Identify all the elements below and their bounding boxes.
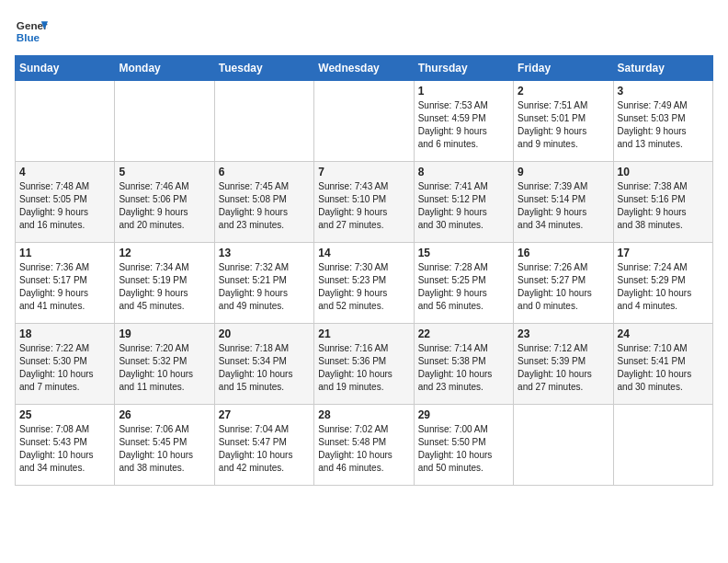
day-header-thursday: Thursday [414, 56, 513, 81]
svg-text:Blue: Blue [17, 31, 40, 43]
day-header-tuesday: Tuesday [214, 56, 313, 81]
calendar-cell: 15Sunrise: 7:28 AM Sunset: 5:25 PM Dayli… [414, 243, 513, 324]
day-info: Sunrise: 7:48 AM Sunset: 5:05 PM Dayligh… [19, 180, 110, 232]
calendar-cell: 28Sunrise: 7:02 AM Sunset: 5:48 PM Dayli… [314, 405, 414, 486]
calendar-cell: 4Sunrise: 7:48 AM Sunset: 5:05 PM Daylig… [16, 162, 115, 243]
calendar-cell: 13Sunrise: 7:32 AM Sunset: 5:21 PM Dayli… [214, 243, 313, 324]
day-number: 23 [518, 327, 609, 340]
day-info: Sunrise: 7:51 AM Sunset: 5:01 PM Dayligh… [518, 99, 609, 151]
calendar-cell: 9Sunrise: 7:39 AM Sunset: 5:14 PM Daylig… [514, 162, 613, 243]
calendar-cell: 18Sunrise: 7:22 AM Sunset: 5:30 PM Dayli… [16, 324, 115, 405]
day-info: Sunrise: 7:14 AM Sunset: 5:38 PM Dayligh… [418, 342, 509, 394]
calendar-cell: 11Sunrise: 7:36 AM Sunset: 5:17 PM Dayli… [16, 243, 115, 324]
day-number: 2 [518, 85, 609, 98]
day-info: Sunrise: 7:49 AM Sunset: 5:03 PM Dayligh… [618, 99, 709, 151]
day-info: Sunrise: 7:36 AM Sunset: 5:17 PM Dayligh… [19, 261, 110, 313]
day-header-sunday: Sunday [16, 56, 115, 81]
day-number: 29 [418, 408, 509, 421]
calendar-week-row: 4Sunrise: 7:48 AM Sunset: 5:05 PM Daylig… [16, 162, 713, 243]
day-info: Sunrise: 7:02 AM Sunset: 5:48 PM Dayligh… [318, 423, 409, 475]
day-info: Sunrise: 7:32 AM Sunset: 5:21 PM Dayligh… [219, 261, 310, 313]
day-number: 4 [19, 166, 110, 178]
calendar-cell: 10Sunrise: 7:38 AM Sunset: 5:16 PM Dayli… [613, 162, 712, 243]
calendar-cell: 7Sunrise: 7:43 AM Sunset: 5:10 PM Daylig… [314, 162, 414, 243]
calendar-cell: 27Sunrise: 7:04 AM Sunset: 5:47 PM Dayli… [214, 405, 313, 486]
day-header-friday: Friday [514, 56, 613, 81]
day-number: 28 [318, 408, 409, 421]
calendar-cell [115, 81, 214, 162]
calendar-cell: 25Sunrise: 7:08 AM Sunset: 5:43 PM Dayli… [16, 405, 115, 486]
day-number: 7 [318, 166, 409, 178]
day-info: Sunrise: 7:41 AM Sunset: 5:12 PM Dayligh… [418, 180, 509, 232]
calendar-cell [314, 81, 414, 162]
calendar-week-row: 25Sunrise: 7:08 AM Sunset: 5:43 PM Dayli… [16, 405, 713, 486]
day-info: Sunrise: 7:04 AM Sunset: 5:47 PM Dayligh… [219, 423, 310, 475]
day-number: 22 [418, 327, 509, 340]
calendar-cell: 5Sunrise: 7:46 AM Sunset: 5:06 PM Daylig… [115, 162, 214, 243]
day-info: Sunrise: 7:00 AM Sunset: 5:50 PM Dayligh… [418, 423, 509, 475]
calendar-cell [214, 81, 313, 162]
day-info: Sunrise: 7:18 AM Sunset: 5:34 PM Dayligh… [219, 342, 310, 394]
page-header: General Blue [15, 15, 713, 48]
day-info: Sunrise: 7:30 AM Sunset: 5:23 PM Dayligh… [318, 261, 409, 313]
calendar-cell: 16Sunrise: 7:26 AM Sunset: 5:27 PM Dayli… [514, 243, 613, 324]
calendar-cell [16, 81, 115, 162]
day-info: Sunrise: 7:39 AM Sunset: 5:14 PM Dayligh… [518, 180, 609, 232]
calendar-cell: 20Sunrise: 7:18 AM Sunset: 5:34 PM Dayli… [214, 324, 313, 405]
day-number: 18 [19, 327, 110, 340]
logo: General Blue [15, 15, 48, 48]
day-number: 17 [618, 247, 709, 259]
calendar-cell: 26Sunrise: 7:06 AM Sunset: 5:45 PM Dayli… [115, 405, 214, 486]
calendar-table: SundayMondayTuesdayWednesdayThursdayFrid… [15, 55, 713, 486]
calendar-cell: 3Sunrise: 7:49 AM Sunset: 5:03 PM Daylig… [613, 81, 712, 162]
calendar-week-row: 18Sunrise: 7:22 AM Sunset: 5:30 PM Dayli… [16, 324, 713, 405]
day-info: Sunrise: 7:08 AM Sunset: 5:43 PM Dayligh… [19, 423, 110, 475]
calendar-header-row: SundayMondayTuesdayWednesdayThursdayFrid… [16, 56, 713, 81]
calendar-cell: 24Sunrise: 7:10 AM Sunset: 5:41 PM Dayli… [613, 324, 712, 405]
calendar-cell: 19Sunrise: 7:20 AM Sunset: 5:32 PM Dayli… [115, 324, 214, 405]
day-number: 19 [119, 327, 210, 340]
day-number: 11 [19, 247, 110, 259]
calendar-cell: 14Sunrise: 7:30 AM Sunset: 5:23 PM Dayli… [314, 243, 414, 324]
day-number: 26 [119, 408, 210, 421]
calendar-cell: 6Sunrise: 7:45 AM Sunset: 5:08 PM Daylig… [214, 162, 313, 243]
calendar-cell: 29Sunrise: 7:00 AM Sunset: 5:50 PM Dayli… [414, 405, 513, 486]
day-number: 9 [518, 166, 609, 178]
day-info: Sunrise: 7:22 AM Sunset: 5:30 PM Dayligh… [19, 342, 110, 394]
day-number: 15 [418, 247, 509, 259]
calendar-cell: 12Sunrise: 7:34 AM Sunset: 5:19 PM Dayli… [115, 243, 214, 324]
day-info: Sunrise: 7:53 AM Sunset: 4:59 PM Dayligh… [418, 99, 509, 151]
day-number: 21 [318, 327, 409, 340]
day-info: Sunrise: 7:34 AM Sunset: 5:19 PM Dayligh… [119, 261, 210, 313]
day-info: Sunrise: 7:46 AM Sunset: 5:06 PM Dayligh… [119, 180, 210, 232]
day-info: Sunrise: 7:12 AM Sunset: 5:39 PM Dayligh… [518, 342, 609, 394]
calendar-cell [613, 405, 712, 486]
day-number: 24 [618, 327, 709, 340]
day-info: Sunrise: 7:06 AM Sunset: 5:45 PM Dayligh… [119, 423, 210, 475]
day-number: 6 [219, 166, 310, 178]
day-number: 25 [19, 408, 110, 421]
calendar-week-row: 11Sunrise: 7:36 AM Sunset: 5:17 PM Dayli… [16, 243, 713, 324]
calendar-cell: 22Sunrise: 7:14 AM Sunset: 5:38 PM Dayli… [414, 324, 513, 405]
calendar-cell: 1Sunrise: 7:53 AM Sunset: 4:59 PM Daylig… [414, 81, 513, 162]
day-number: 3 [618, 85, 709, 98]
day-number: 12 [119, 247, 210, 259]
day-info: Sunrise: 7:45 AM Sunset: 5:08 PM Dayligh… [219, 180, 310, 232]
calendar-week-row: 1Sunrise: 7:53 AM Sunset: 4:59 PM Daylig… [16, 81, 713, 162]
calendar-cell: 21Sunrise: 7:16 AM Sunset: 5:36 PM Dayli… [314, 324, 414, 405]
day-info: Sunrise: 7:20 AM Sunset: 5:32 PM Dayligh… [119, 342, 210, 394]
logo-icon: General Blue [15, 15, 48, 48]
day-number: 14 [318, 247, 409, 259]
day-number: 27 [219, 408, 310, 421]
day-header-saturday: Saturday [613, 56, 712, 81]
day-info: Sunrise: 7:38 AM Sunset: 5:16 PM Dayligh… [618, 180, 709, 232]
calendar-cell: 2Sunrise: 7:51 AM Sunset: 5:01 PM Daylig… [514, 81, 613, 162]
day-number: 20 [219, 327, 310, 340]
day-info: Sunrise: 7:43 AM Sunset: 5:10 PM Dayligh… [318, 180, 409, 232]
day-header-monday: Monday [115, 56, 214, 81]
day-number: 13 [219, 247, 310, 259]
day-number: 8 [418, 166, 509, 178]
day-info: Sunrise: 7:28 AM Sunset: 5:25 PM Dayligh… [418, 261, 509, 313]
day-info: Sunrise: 7:10 AM Sunset: 5:41 PM Dayligh… [618, 342, 709, 394]
day-number: 16 [518, 247, 609, 259]
